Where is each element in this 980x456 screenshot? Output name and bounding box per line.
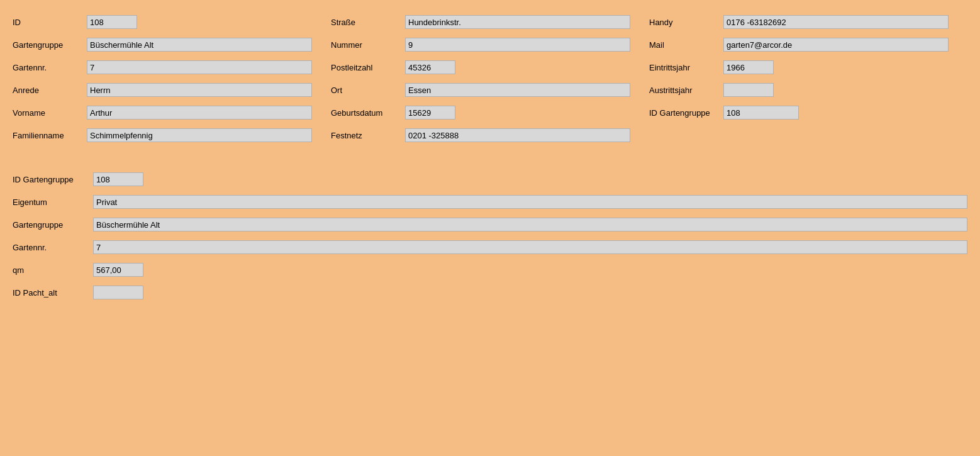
label-handy: Handy — [649, 18, 718, 27]
input-handy[interactable] — [723, 15, 949, 29]
field-gartennr: Gartennr. — [13, 58, 312, 77]
label-eigentum: Eigentum — [13, 197, 88, 207]
input-gartengruppe-bottom[interactable] — [93, 218, 967, 231]
label-festnetz: Festnetz — [331, 131, 400, 140]
field-handy: Handy — [649, 13, 949, 31]
label-gartengruppe: Gartengruppe — [13, 40, 82, 50]
label-id: ID — [13, 18, 82, 27]
label-ort: Ort — [331, 86, 400, 95]
field-strasse: Straße — [331, 13, 630, 31]
label-nummer: Nummer — [331, 40, 400, 50]
field-gartennr-bottom: Gartennr. — [13, 238, 967, 257]
field-vorname: Vorname — [13, 103, 312, 122]
input-eigentum[interactable] — [93, 195, 967, 209]
label-familienname: Familienname — [13, 131, 82, 140]
input-ort[interactable] — [405, 83, 630, 97]
input-familienname[interactable] — [87, 128, 312, 142]
input-postleitzahl[interactable] — [405, 60, 455, 74]
label-strasse: Straße — [331, 18, 400, 27]
label-id-gartengruppe-bottom: ID Gartengruppe — [13, 175, 88, 184]
column-1: ID Gartengruppe Gartennr. Anrede Vorname… — [13, 13, 331, 145]
field-id-gartengruppe-bottom: ID Gartengruppe — [13, 170, 967, 189]
field-eintrittsjahr: Eintrittsjahr — [649, 58, 949, 77]
input-gartengruppe[interactable] — [87, 38, 312, 52]
input-festnetz[interactable] — [405, 128, 630, 142]
field-id: ID — [13, 13, 312, 31]
label-postleitzahl: Postleitzahl — [331, 63, 400, 72]
input-mail[interactable] — [723, 38, 949, 52]
field-gartengruppe: Gartengruppe — [13, 35, 312, 54]
label-mail: Mail — [649, 40, 718, 50]
field-geburtsdatum: Geburtsdatum — [331, 103, 630, 122]
field-ort: Ort — [331, 81, 630, 99]
input-id-gartengruppe-bottom[interactable] — [93, 172, 143, 186]
input-vorname[interactable] — [87, 106, 312, 120]
input-gartennr[interactable] — [87, 60, 312, 74]
field-mail: Mail — [649, 35, 949, 54]
field-id-pacht-alt: ID Pacht_alt — [13, 283, 967, 302]
field-qm: qm — [13, 260, 967, 279]
input-qm[interactable] — [93, 263, 143, 277]
field-nummer: Nummer — [331, 35, 630, 54]
input-geburtsdatum[interactable] — [405, 106, 455, 120]
input-id-pacht-alt[interactable] — [93, 286, 143, 299]
top-form-section: ID Gartengruppe Gartennr. Anrede Vorname… — [13, 13, 967, 145]
input-eintrittsjahr[interactable] — [723, 60, 774, 74]
input-nummer[interactable] — [405, 38, 630, 52]
input-anrede[interactable] — [87, 83, 312, 97]
input-austrittsjahr[interactable] — [723, 83, 774, 97]
bottom-form-section: ID Gartengruppe Eigentum Gartengruppe Ga… — [13, 170, 967, 302]
input-gartennr-bottom[interactable] — [93, 240, 967, 254]
label-anrede: Anrede — [13, 86, 82, 95]
label-gartennr-bottom: Gartennr. — [13, 243, 88, 252]
input-id-gartengruppe-top[interactable] — [723, 106, 799, 120]
label-eintrittsjahr: Eintrittsjahr — [649, 63, 718, 72]
column-3: Handy Mail Eintrittsjahr Austrittsjahr I… — [649, 13, 967, 145]
field-familienname: Familienname — [13, 126, 312, 145]
input-id[interactable] — [87, 15, 137, 29]
field-gartengruppe-bottom: Gartengruppe — [13, 215, 967, 234]
input-strasse[interactable] — [405, 15, 630, 29]
field-postleitzahl: Postleitzahl — [331, 58, 630, 77]
label-gartennr: Gartennr. — [13, 63, 82, 72]
label-id-pacht-alt: ID Pacht_alt — [13, 288, 88, 298]
column-2: Straße Nummer Postleitzahl Ort Geburtsda… — [331, 13, 649, 145]
field-austrittsjahr: Austrittsjahr — [649, 81, 949, 99]
label-austrittsjahr: Austrittsjahr — [649, 86, 718, 95]
label-vorname: Vorname — [13, 108, 82, 118]
label-geburtsdatum: Geburtsdatum — [331, 108, 400, 118]
field-festnetz: Festnetz — [331, 126, 630, 145]
label-id-gartengruppe-top: ID Gartengruppe — [649, 108, 718, 118]
field-eigentum: Eigentum — [13, 192, 967, 211]
field-id-gartengruppe-top: ID Gartengruppe — [649, 103, 949, 122]
field-anrede: Anrede — [13, 81, 312, 99]
label-qm: qm — [13, 265, 88, 275]
label-gartengruppe-bottom: Gartengruppe — [13, 220, 88, 230]
